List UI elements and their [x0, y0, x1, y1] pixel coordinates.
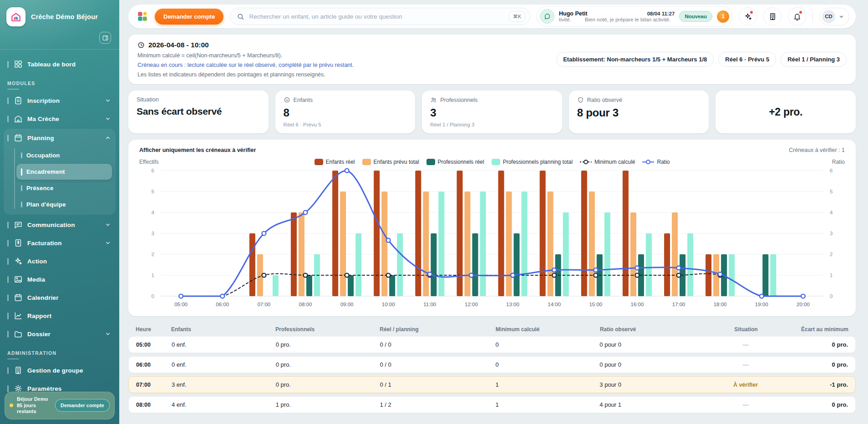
new-badge: Nouveau — [679, 11, 712, 22]
chat-icon — [13, 220, 23, 230]
sidebar-subitem-encadrement[interactable]: Encadrement — [16, 164, 112, 180]
stat-value: 3 — [430, 106, 554, 119]
main-content: Demander compte ⌘K Hugo Petit 08/04 11:2… — [119, 0, 868, 424]
svg-text:17:00: 17:00 — [672, 302, 685, 307]
item-tick — [7, 240, 9, 247]
ecart-cell: 0 pro. — [780, 341, 848, 348]
svg-text:0: 0 — [152, 293, 154, 299]
sidebar-item-media[interactable]: Media — [4, 270, 116, 288]
item-tick — [7, 367, 9, 374]
sidebar-item-facturation[interactable]: Facturation — [4, 234, 116, 252]
legend-item-minimum-calcule: Minimum calculé — [580, 159, 635, 165]
y-axis-right-label: Ratio — [813, 159, 845, 165]
brand-name: Crèche Démo Béjour — [31, 13, 98, 20]
table-header: HeureEnfantsProfessionnelsRéel / plannin… — [128, 323, 856, 336]
divider — [812, 11, 813, 22]
toast-message-fragment-right: Bien noté, je prépare le bilan activité. — [585, 17, 671, 22]
svg-text:6: 6 — [830, 168, 832, 173]
chat-bubble-icon — [540, 9, 554, 24]
clock-icon — [137, 41, 145, 49]
y-axis-left-label: Effectifs — [139, 159, 171, 165]
banner-dependency-note: Les listes et indicateurs dépendent des … — [137, 71, 354, 78]
sidebar-item-dossier[interactable]: Dossier — [4, 325, 116, 343]
sidebar-item-calendrier[interactable]: Calendrier — [4, 288, 116, 307]
establishment-button[interactable] — [763, 7, 782, 25]
svg-text:3: 3 — [830, 231, 832, 236]
sidebar-subitem-occupation[interactable]: Occupation — [16, 147, 112, 163]
sparkles-icon — [13, 257, 23, 266]
banner-pill-2: Réel 1 / Planning 3 — [781, 52, 847, 67]
sidebar-item-communication[interactable]: Communication — [4, 216, 116, 234]
table-header-enfants: Enfants — [171, 326, 275, 333]
svg-text:6: 6 — [152, 168, 154, 173]
actions-sparkles-button[interactable] — [739, 7, 757, 25]
svg-text:5: 5 — [152, 189, 154, 194]
ecart-cell: -1 pro. — [780, 381, 848, 388]
notifications-button[interactable] — [788, 7, 806, 25]
svg-text:16:00: 16:00 — [631, 302, 644, 307]
item-tick — [7, 222, 9, 228]
legend-item-professionnels-reel: Professionnels réel — [426, 159, 484, 165]
ecart-cell: 0 pro. — [780, 401, 848, 408]
apps-puzzle-icon[interactable] — [137, 10, 148, 22]
item-tick — [7, 135, 9, 141]
search-input[interactable] — [249, 13, 504, 20]
svg-text:20:00: 20:00 — [797, 302, 810, 307]
stat-value: 8 pour 3 — [577, 106, 701, 119]
sidebar-subitem-presence[interactable]: Présence — [16, 180, 112, 196]
table-header-heure: Heure — [136, 326, 171, 333]
situation-cell: À vérifier — [711, 382, 780, 388]
notification-toast[interactable]: Hugo Petit 08/04 11:27 tivité. Bien noté… — [537, 6, 732, 26]
toast-content: Hugo Petit 08/04 11:27 tivité. Bien noté… — [559, 10, 675, 22]
building-icon — [13, 366, 23, 375]
sidebar-item-rapport[interactable]: Rapport — [4, 307, 116, 325]
sidebar-item-action[interactable]: Action — [4, 252, 116, 270]
stat-subtext: Réel 6 · Prévu 5 — [284, 122, 407, 127]
chevron-down-icon — [105, 331, 111, 337]
sidebar-item-planning[interactable]: Planning — [4, 129, 116, 147]
situation-cell: — — [711, 361, 780, 368]
clipboard-icon — [13, 96, 23, 106]
table-header-professionnels: Professionnels — [275, 326, 380, 333]
item-tick — [21, 168, 22, 176]
search-icon — [237, 13, 244, 20]
sidebar-item-tableau-de-bord[interactable]: Tableau de bord — [4, 55, 116, 73]
shield-icon — [577, 96, 584, 103]
trial-request-button[interactable]: Demander compte — [55, 399, 110, 412]
svg-text:1: 1 — [830, 273, 832, 278]
svg-text:4: 4 — [830, 210, 833, 215]
brand: Crèche Démo Béjour — [0, 0, 119, 29]
item-tick — [7, 294, 9, 301]
sidebar-item-gestion-de-groupe[interactable]: Gestion de groupe — [4, 361, 116, 379]
user-menu[interactable]: CD — [819, 8, 849, 25]
chart-legend: Enfants réel Enfants prévu total Profess… — [171, 159, 813, 165]
sidebar-nav: Tableau de bordMODULES Inscription Ma Cr… — [0, 54, 119, 424]
stat-card-situation: SituationSans écart observé — [128, 91, 269, 133]
legend-item-enfants-prevu-total: Enfants prévu total — [362, 159, 419, 165]
keyboard-shortcut-badge: ⌘K — [509, 11, 525, 22]
banner-pill-0: Etablissement: Non-marcheurs 1/5 + March… — [556, 52, 714, 67]
app-logo-icon[interactable] — [6, 7, 25, 26]
svg-text:12:00: 12:00 — [465, 302, 478, 307]
chevron-down-icon — [105, 97, 111, 104]
trial-text: Béjour Demo 85 jours restants — [17, 396, 51, 415]
sidebar-item-ma-creche[interactable]: Ma Crèche — [4, 110, 116, 128]
svg-text:15:00: 15:00 — [589, 302, 602, 307]
calendar-icon — [13, 293, 23, 303]
filter-toggle-label[interactable]: Afficher uniquement les créneaux à vérif… — [139, 147, 256, 153]
toast-message-fragment-left: tivité. — [559, 17, 571, 22]
child-smiley-icon — [284, 96, 290, 103]
sidebar-item-inscription[interactable]: Inscription — [4, 91, 116, 110]
svg-text:09:00: 09:00 — [340, 302, 354, 307]
item-tick — [21, 152, 22, 158]
notification-count-badge[interactable]: 1 — [717, 10, 729, 23]
search-bar: ⌘K — [230, 8, 530, 25]
sidebar-collapse-button[interactable] — [99, 32, 111, 44]
banner-pill-1: Réel 6 · Prévu 5 — [718, 52, 776, 67]
svg-text:06:00: 06:00 — [216, 302, 229, 307]
folder-icon — [13, 329, 23, 339]
item-tick — [7, 331, 9, 338]
request-account-button[interactable]: Demander compte — [155, 9, 223, 25]
app-root: Crèche Démo Béjour Tableau de bordMODULE… — [0, 0, 868, 424]
sidebar-subitem-plan-d-equipe[interactable]: Plan d'équipe — [16, 197, 112, 212]
